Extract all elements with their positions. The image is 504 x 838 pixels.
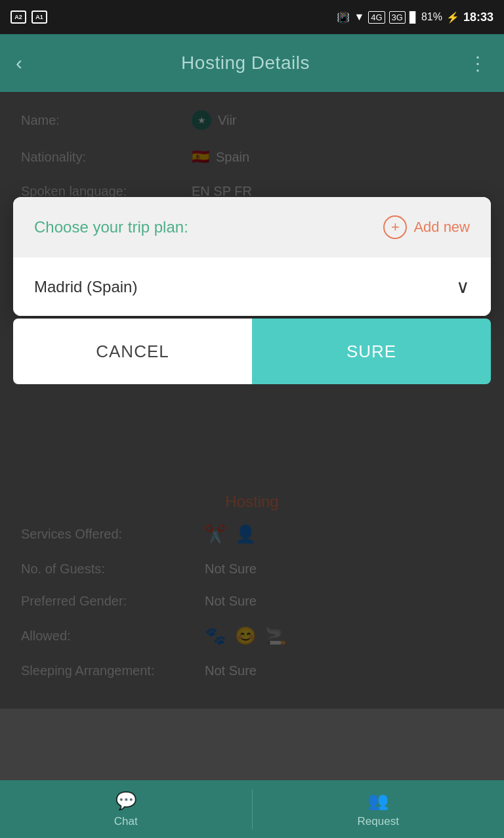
add-new-button[interactable]: + Add new — [383, 215, 470, 239]
more-options-button[interactable]: ⋮ — [469, 53, 488, 74]
request-icon: 👥 — [368, 791, 388, 811]
bottom-navigation: 💬 Chat 👥 Request — [0, 780, 504, 838]
back-button[interactable]: ‹ — [16, 52, 22, 74]
choose-trip-label: Choose your trip plan: — [34, 218, 188, 236]
selected-trip-plan: Madrid (Spain) — [34, 278, 137, 296]
battery-percentage: 81% — [421, 11, 442, 23]
dialog-buttons: CANCEL SURE — [13, 319, 491, 384]
chat-icon: 💬 — [116, 791, 136, 811]
trip-plan-dropdown[interactable]: Madrid (Spain) ∨ — [13, 257, 491, 316]
modal-header: Choose your trip plan: + Add new — [13, 197, 491, 257]
trip-plan-modal: Choose your trip plan: + Add new Madrid … — [13, 197, 491, 316]
status-bar: A2 A1 📳 ▼ 4G 3G ▊ 81% ⚡ 18:33 — [0, 0, 504, 34]
network-3g-icon: 3G — [389, 11, 406, 24]
modal-overlay: Choose your trip plan: + Add new Madrid … — [0, 92, 504, 838]
charge-icon: ⚡ — [446, 11, 459, 24]
network-4g-icon: 4G — [368, 11, 385, 24]
status-bar-left: A2 A1 — [10, 11, 47, 24]
chat-label: Chat — [114, 815, 138, 828]
add-new-label: Add new — [413, 219, 470, 236]
page-title: Hosting Details — [181, 53, 310, 74]
request-label: Request — [358, 815, 399, 828]
app-icon-1: A2 — [10, 11, 26, 24]
cancel-button[interactable]: CANCEL — [13, 319, 252, 384]
add-new-circle-icon: + — [383, 215, 407, 239]
app-icon-2: A1 — [32, 11, 47, 24]
signal-icon: ▊ — [410, 11, 417, 24]
wifi-icon: ▼ — [354, 11, 364, 23]
time-display: 18:33 — [463, 11, 494, 24]
status-bar-right: 📳 ▼ 4G 3G ▊ 81% ⚡ 18:33 — [337, 11, 494, 24]
sure-button[interactable]: SURE — [252, 319, 491, 384]
vibrate-icon: 📳 — [337, 11, 350, 24]
nav-request[interactable]: 👥 Request — [253, 791, 505, 828]
chevron-down-icon: ∨ — [456, 276, 470, 298]
app-header: ‹ Hosting Details ⋮ — [0, 34, 504, 92]
nav-chat[interactable]: 💬 Chat — [0, 791, 252, 828]
